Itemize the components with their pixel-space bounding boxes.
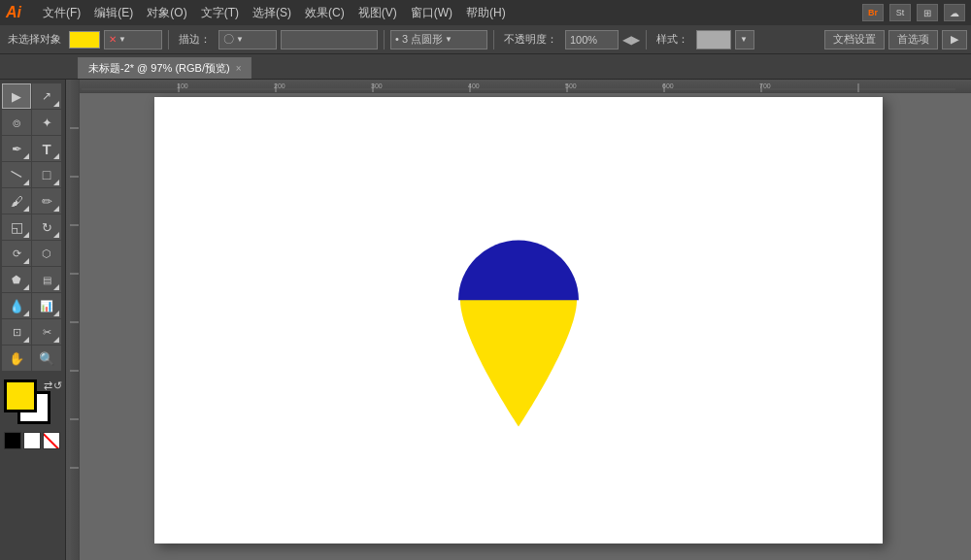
tool-row-5: 🖌 ✏ (2, 188, 63, 214)
ruler-top: 100 200 300 400 500 600 700 (66, 80, 971, 93)
paintbrush-tool[interactable]: 🖌 (2, 188, 31, 214)
style-dropdown[interactable]: ▼ (735, 30, 754, 49)
artwork (447, 213, 590, 445)
tab-close-btn[interactable]: × (236, 63, 242, 74)
live-paint-tool[interactable]: ▤ (32, 267, 61, 292)
warp-icon: ⟳ (13, 247, 21, 260)
eraser-icon: ◱ (11, 219, 23, 235)
tool-row-1: ▶ ↗ (2, 83, 63, 109)
menu-help[interactable]: 帮助(H) (460, 3, 512, 23)
separator-1 (168, 30, 169, 49)
doc-settings-btn[interactable]: 文档设置 (824, 30, 885, 49)
select-icon: ▶ (12, 89, 21, 104)
ruler-top-ticks: 100 200 300 400 500 600 700 (82, 80, 971, 93)
measure-tool[interactable]: 📊 (32, 293, 61, 318)
magic-wand-tool[interactable]: ✦ (32, 110, 61, 135)
tool-row-2: ⌾ ✦ (2, 110, 63, 135)
warp-tool[interactable]: ⟳ (2, 241, 31, 266)
pencil-tool[interactable]: ✏ (32, 188, 61, 214)
zoom-tool[interactable]: 🔍 (32, 346, 61, 371)
pin-artwork (447, 213, 590, 445)
svg-text:200: 200 (274, 82, 285, 89)
fill-type-dropdown[interactable]: ✕ ▼ (104, 30, 162, 49)
slice-tool[interactable]: ✂ (32, 319, 61, 345)
pen-tool[interactable]: ✒ (2, 136, 31, 161)
slice-icon: ✂ (43, 326, 51, 339)
hand-icon: ✋ (9, 351, 24, 366)
lasso-tool[interactable]: ⌾ (2, 110, 31, 135)
rotate-tool[interactable]: ↻ (32, 214, 61, 240)
ruler-left (66, 80, 80, 560)
tool-row-4: \ □ (2, 162, 63, 187)
separator-2 (384, 30, 385, 49)
eyedropper-icon: 💧 (9, 299, 24, 313)
menu-window[interactable]: 窗口(W) (405, 3, 458, 23)
fill-color-swatch[interactable] (69, 31, 100, 49)
svg-text:600: 600 (662, 82, 674, 89)
artboard: 仅网 (154, 97, 883, 544)
color-swatch-white[interactable] (23, 432, 41, 449)
svg-text:300: 300 (371, 82, 383, 89)
style-swatch[interactable] (696, 30, 731, 49)
default-colors-icon[interactable]: ↺ (53, 379, 62, 392)
mini-swatches (4, 432, 61, 449)
line-tool[interactable]: \ (2, 162, 31, 187)
live-paint-icon: ▤ (43, 275, 51, 285)
svg-text:500: 500 (565, 82, 577, 89)
eraser-tool[interactable]: ◱ (2, 214, 31, 240)
tool-row-3: ✒ T (2, 136, 63, 161)
free-transform-icon: ⬡ (42, 247, 51, 260)
bridge-icon[interactable]: Br (862, 4, 884, 21)
hand-tool[interactable]: ✋ (2, 346, 31, 371)
select-tool[interactable]: ▶ (2, 83, 31, 109)
property-toolbar: 未选择对象 ✕ ▼ 描边： 〇 ▼ • 3 点圆形 ▼ 不透明度： 100% ◀… (0, 25, 971, 54)
menu-select[interactable]: 选择(S) (247, 3, 297, 23)
separator-4 (646, 30, 647, 49)
toolbar-extra-btn[interactable]: ▶ (942, 30, 967, 49)
lasso-icon: ⌾ (13, 115, 20, 130)
measure-icon: 📊 (40, 300, 53, 313)
left-toolbar: ▶ ↗ ⌾ ✦ ✒ T (0, 80, 66, 560)
menu-bar: 文件(F) 编辑(E) 对象(O) 文字(T) 选择(S) 效果(C) 视图(V… (37, 3, 512, 23)
menu-object[interactable]: 对象(O) (141, 3, 192, 23)
stroke-style-dropdown[interactable]: 〇 ▼ (218, 30, 277, 49)
document-tab[interactable]: 未标题-2* @ 97% (RGB/预览) × (78, 57, 251, 79)
cloud-icon[interactable]: ☁ (944, 4, 965, 21)
color-swatch-none[interactable] (43, 432, 60, 449)
stroke-value-input[interactable] (281, 30, 378, 49)
opacity-arrows[interactable]: ◀▶ (622, 33, 640, 47)
menu-edit[interactable]: 编辑(E) (88, 3, 139, 23)
separator-3 (493, 30, 494, 49)
direct-select-tool[interactable]: ↗ (32, 83, 61, 109)
menu-type[interactable]: 文字(T) (195, 3, 245, 23)
tab-title: 未标题-2* @ 97% (RGB/预览) (88, 61, 230, 76)
point-style-dropdown[interactable]: • 3 点圆形 ▼ (390, 30, 487, 49)
fill-swatch[interactable] (4, 379, 37, 412)
type-tool[interactable]: T (32, 136, 61, 161)
menu-view[interactable]: 视图(V) (352, 3, 403, 23)
svg-text:700: 700 (759, 82, 771, 89)
tool-row-11: ✋ 🔍 (2, 346, 63, 371)
rotate-icon: ↻ (42, 220, 52, 235)
grid-icon[interactable]: ⊞ (917, 4, 938, 21)
rect-tool[interactable]: □ (32, 162, 61, 187)
shape-builder-tool[interactable]: ⬟ (2, 267, 31, 292)
stroke-label: 描边： (175, 32, 215, 47)
free-transform-tool[interactable]: ⬡ (32, 241, 61, 266)
svg-text:400: 400 (468, 82, 480, 89)
title-icons: Br St ⊞ ☁ (862, 4, 965, 21)
color-swatch-black[interactable] (4, 432, 21, 449)
menu-effect[interactable]: 效果(C) (299, 3, 351, 23)
selection-label: 未选择对象 (4, 32, 65, 47)
preferences-btn[interactable]: 首选项 (888, 30, 938, 49)
swap-colors-icon[interactable]: ⇄ (44, 379, 52, 392)
menu-file[interactable]: 文件(F) (37, 3, 86, 23)
stock-icon[interactable]: St (889, 4, 911, 21)
tab-bar: 未标题-2* @ 97% (RGB/预览) × (0, 54, 971, 80)
ruler-left-ticks (66, 80, 80, 560)
direct-select-icon: ↗ (42, 89, 51, 103)
artboard-tool[interactable]: ⊡ (2, 319, 31, 345)
opacity-input[interactable]: 100% (565, 30, 619, 49)
canvas-area[interactable]: 100 200 300 400 500 600 700 (66, 80, 971, 560)
eyedropper-tool[interactable]: 💧 (2, 293, 31, 318)
